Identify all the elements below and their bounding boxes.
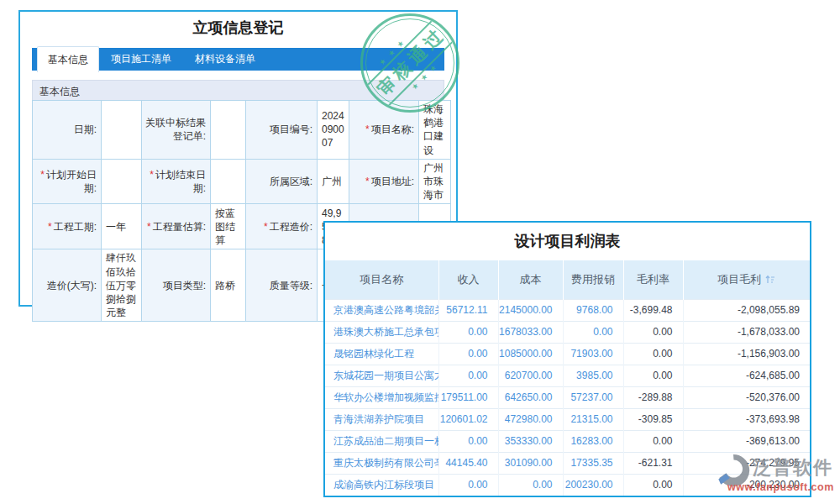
income-cell: 56712.11	[438, 299, 498, 321]
col-header-project-profit: 项目毛利	[683, 260, 810, 299]
expense-cell: 0.00	[563, 321, 623, 343]
profit-cell: -520,376.00	[683, 386, 810, 408]
cost-cell: 472980.00	[498, 408, 563, 430]
field-value-plan-end[interactable]	[211, 159, 246, 204]
cost-cell: 1085000.00	[498, 343, 563, 365]
cost-cell: 620700.00	[498, 365, 563, 386]
table-row: 重庆太极制药有限公司亳州 44145.40 301090.00 17335.35…	[325, 452, 810, 474]
cost-cell: 1678033.00	[498, 321, 563, 343]
margin-cell: -289.88	[623, 386, 683, 408]
expense-cell: 16283.00	[563, 430, 623, 452]
cost-cell: 2145000.00	[498, 299, 563, 321]
field-label-date: 日期:	[33, 101, 102, 160]
field-value-bid-result[interactable]	[211, 101, 246, 160]
field-label-project-type: 项目类型:	[142, 249, 211, 322]
income-cell: 0.00	[438, 474, 498, 496]
expense-cell: 200230.00	[563, 474, 623, 496]
field-label-quantity-estimate: *工程量估算:	[142, 204, 211, 249]
field-label-duration: *工程工期:	[33, 204, 102, 249]
page-title: 立项信息登记	[20, 18, 456, 37]
expense-cell: 21315.00	[563, 408, 623, 430]
profit-cell: -373,693.98	[683, 408, 810, 430]
project-name-link[interactable]: 江苏成品油二期项目一标段	[325, 430, 438, 452]
tab-basic-info[interactable]: 基本信息	[37, 46, 99, 72]
table-row: 港珠澳大桥施工总承包项目 0.00 1678033.00 0.00 0.00 -…	[325, 321, 810, 343]
project-name-link[interactable]: 晟铭园林绿化工程	[325, 343, 438, 365]
cost-cell: 0.00	[498, 474, 563, 496]
field-value-project-name[interactable]: 珠海鹤港口建设	[419, 101, 451, 160]
tab-material-equipment-list[interactable]: 材料设备清单	[183, 48, 267, 71]
col-header-margin: 毛利率	[623, 260, 683, 299]
expense-cell: 71903.00	[563, 343, 623, 365]
project-name-link[interactable]: 港珠澳大桥施工总承包项目	[325, 321, 438, 343]
sort-ascending-icon[interactable]	[765, 274, 775, 286]
field-label-cost-in-words: 造价(大写):	[33, 249, 102, 322]
project-name-link[interactable]: 华软办公楼增加视频监控项	[325, 386, 438, 408]
table-row: 成渝高铁内江标段项目 0.00 0.00 200230.00 0.00 -200…	[325, 474, 810, 496]
project-name-link[interactable]: 重庆太极制药有限公司亳州	[325, 452, 438, 474]
expense-cell: 3985.00	[563, 365, 623, 386]
project-name-link[interactable]: 青海洪湖养护院项目	[325, 408, 438, 430]
expense-cell: 57237.00	[563, 386, 623, 408]
field-label-plan-end: *计划结束日期:	[142, 159, 211, 204]
col-header-income: 收入	[438, 260, 498, 299]
cost-cell: 301090.00	[498, 452, 563, 474]
profit-cell: -274,279.95	[683, 452, 810, 474]
field-value-project-no[interactable]: 2024090007	[318, 101, 349, 160]
income-cell: 0.00	[438, 321, 498, 343]
project-name-link[interactable]: 成渝高铁内江标段项目	[325, 474, 438, 496]
report-title: 设计项目利润表	[325, 223, 810, 260]
field-label-project-cost: *工程造价:	[246, 204, 318, 249]
table-row: 京港澳高速公路粤境韶关至 56712.11 2145000.00 9768.00…	[325, 299, 810, 321]
margin-cell: -309.85	[623, 408, 683, 430]
field-label-region: 所属区域:	[246, 159, 318, 204]
field-label-plan-start: *计划开始日期:	[33, 159, 102, 204]
margin-cell: 0.00	[623, 474, 683, 496]
table-row: 东城花园一期项目公寓大堂 0.00 620700.00 3985.00 0.00…	[325, 365, 810, 386]
income-cell: 0.00	[438, 343, 498, 365]
field-value-date[interactable]	[102, 101, 142, 160]
margin-cell: -621.31	[623, 452, 683, 474]
income-cell: 0.00	[438, 430, 498, 452]
expense-cell: 17335.35	[563, 452, 623, 474]
margin-cell: -3,699.48	[623, 299, 683, 321]
income-cell: 0.00	[438, 365, 498, 386]
profit-cell: -1,156,903.00	[683, 343, 810, 365]
project-name-link[interactable]: 东城花园一期项目公寓大堂	[325, 365, 438, 386]
form-row: 日期: 关联中标结果登记单: 项目编号: 2024090007 *项目名称: 珠…	[33, 101, 451, 160]
col-header-project-name: 项目名称	[325, 260, 438, 299]
margin-cell: 0.00	[623, 343, 683, 365]
expense-cell: 9768.00	[563, 299, 623, 321]
tab-construction-list[interactable]: 项目施工清单	[99, 48, 183, 71]
table-row: 华软办公楼增加视频监控项 179511.00 642650.00 57237.0…	[325, 386, 810, 408]
table-header-row: 项目名称 收入 成本 费用报销 毛利率 项目毛利	[325, 260, 810, 299]
cost-cell: 353330.00	[498, 430, 563, 452]
profit-cell: -624,685.00	[683, 365, 810, 386]
field-label-quality-grade: 质量等级:	[246, 249, 318, 322]
field-value-plan-start[interactable]	[102, 159, 142, 204]
profit-cell: -2,098,055.89	[683, 299, 810, 321]
profit-report-window: 设计项目利润表 项目名称 收入 成本 费用报销 毛利率 项目毛利 京港澳高速公路…	[323, 221, 811, 497]
income-cell: 44145.40	[438, 452, 498, 474]
field-value-region[interactable]: 广州	[318, 159, 349, 204]
field-value-cost-in-words[interactable]: 肆仟玖佰玖拾伍万零捌拾捌元整	[102, 249, 142, 322]
margin-cell: 0.00	[623, 430, 683, 452]
col-header-cost: 成本	[498, 260, 563, 299]
field-value-project-type[interactable]: 路桥	[211, 249, 246, 322]
field-value-project-address[interactable]: 广州市珠海市	[419, 159, 451, 204]
tab-bar: 基本信息 项目施工清单 材料设备清单	[32, 48, 444, 71]
field-value-duration[interactable]: 一年	[102, 204, 142, 249]
income-cell: 179511.00	[438, 386, 498, 408]
income-cell: 120601.02	[438, 408, 498, 430]
profit-table: 项目名称 收入 成本 费用报销 毛利率 项目毛利 京港澳高速公路粤境韶关至 56…	[325, 260, 810, 496]
field-value-quantity-estimate[interactable]: 按蓝图结算	[211, 204, 246, 249]
profit-cell: -200,230.00	[683, 474, 810, 496]
field-label-bid-result: 关联中标结果登记单:	[142, 101, 211, 160]
section-header: 基本信息	[32, 80, 444, 100]
field-label-project-name: *项目名称:	[349, 101, 419, 160]
field-label-project-address: *项目地址:	[349, 159, 419, 204]
margin-cell: 0.00	[623, 321, 683, 343]
project-name-link[interactable]: 京港澳高速公路粤境韶关至	[325, 299, 438, 321]
cost-cell: 642650.00	[498, 386, 563, 408]
field-label-project-no: 项目编号:	[246, 101, 318, 160]
